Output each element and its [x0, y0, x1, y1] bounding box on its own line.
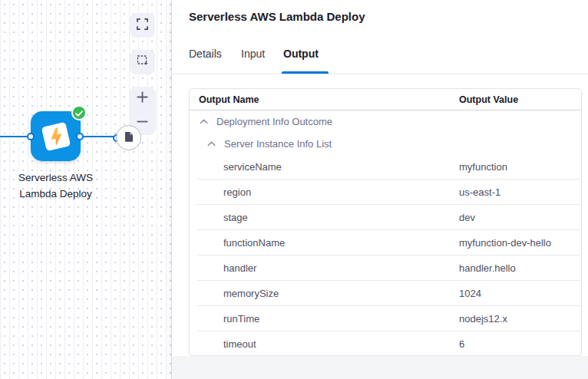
output-value: nodejs12.x [459, 313, 507, 325]
table-header: Output Name Output Value [190, 89, 581, 110]
column-header-output-name: Output Name [199, 94, 259, 105]
output-table: Output Name Output Value Deployment Info… [189, 88, 582, 356]
output-name: stage [223, 212, 459, 223]
node-port-out[interactable] [76, 133, 84, 140]
table-row: timeout 6 [190, 331, 581, 357]
tabbar-divider [172, 74, 588, 74]
panel-title: Serverless AWS Lambda Deploy [189, 10, 365, 23]
output-name: handler [223, 262, 459, 274]
tab-input[interactable]: Input [241, 48, 265, 60]
chevron-up-icon[interactable] [207, 141, 216, 147]
output-name: functionName [223, 237, 459, 249]
column-header-output-value: Output Value [459, 94, 518, 105]
marquee-select-button[interactable] [130, 50, 155, 74]
table-row: memorySize 1024 [190, 281, 581, 306]
output-name: runTime [223, 313, 459, 325]
tab-details[interactable]: Details [189, 48, 222, 60]
chevron-up-icon[interactable] [200, 119, 208, 124]
table-rows: serviceName myfunction region us-east-1 … [190, 154, 581, 357]
output-value: 6 [459, 338, 464, 350]
marquee-select-icon [137, 54, 149, 70]
output-name: serviceName [223, 161, 459, 173]
plus-icon [136, 91, 149, 107]
group-label: Deployment Info Outcome [216, 116, 332, 127]
edge-incoming [0, 136, 28, 137]
pipeline-canvas[interactable]: Serverless AWS Lambda Deploy [0, 0, 171, 379]
output-value: us-east-1 [459, 186, 500, 198]
output-value: handler.hello [459, 262, 516, 274]
output-value: myfunction [459, 161, 507, 173]
fullscreen-button[interactable] [130, 13, 155, 38]
node-port-in[interactable] [27, 133, 35, 140]
app-window: Serverless AWS Lambda Deploy Serverless … [0, 0, 588, 379]
output-name: region [223, 186, 459, 198]
node-label: Serverless AWS Lambda Deploy [0, 170, 117, 202]
table-row: functionName myfunction-dev-hello [190, 230, 581, 255]
group-row-deployment-info[interactable]: Deployment Info Outcome [190, 110, 581, 133]
table-row: runTime nodejs12.x [190, 306, 581, 331]
document-icon [124, 131, 134, 145]
output-value: 1024 [459, 288, 481, 299]
output-value: dev [459, 212, 475, 223]
fullscreen-icon [137, 18, 148, 33]
tab-output[interactable]: Output [283, 48, 319, 60]
table-row: stage dev [190, 205, 581, 230]
group-row-server-instance-list[interactable]: Server Instance Info List [190, 133, 581, 155]
panel-footer-background [172, 356, 588, 379]
step-node-serverless-lambda[interactable] [31, 111, 81, 161]
table-row: serviceName myfunction [190, 154, 581, 180]
success-badge [71, 105, 87, 120]
next-step-node[interactable] [116, 125, 141, 150]
check-icon [75, 106, 83, 120]
zoom-in-button[interactable] [129, 87, 156, 111]
step-details-panel: Serverless AWS Lambda Deploy Details Inp… [171, 0, 588, 379]
output-name: timeout [223, 338, 459, 350]
output-name: memorySize [223, 288, 459, 299]
table-row: handler handler.hello [190, 255, 581, 281]
lambda-icon [41, 121, 70, 150]
output-value: myfunction-dev-hello [459, 237, 551, 249]
table-row: region us-east-1 [190, 180, 581, 205]
group-label: Server Instance Info List [224, 138, 332, 150]
